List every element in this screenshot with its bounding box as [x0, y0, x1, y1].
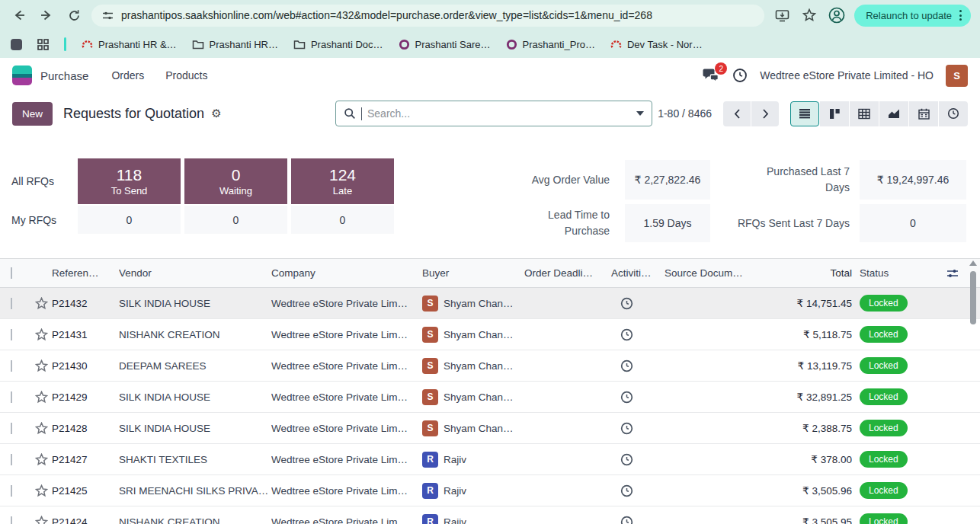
install-icon[interactable]: [772, 5, 792, 25]
site-controls-icon[interactable]: [102, 10, 114, 21]
header-activities[interactable]: Activiti…: [611, 267, 665, 279]
address-bar[interactable]: prashantipos.saakshionline.com/web#actio…: [91, 5, 764, 27]
view-pivot-button[interactable]: [850, 101, 879, 126]
kpi-late[interactable]: 124 Late: [291, 158, 394, 204]
url-text[interactable]: prashantipos.saakshionline.com/web#actio…: [121, 9, 652, 21]
view-kanban-button[interactable]: [820, 101, 849, 126]
search-box[interactable]: [335, 101, 652, 126]
favorite-star-icon[interactable]: [30, 359, 52, 372]
purchase-app-icon[interactable]: [12, 66, 32, 85]
scrollbar-thumb[interactable]: [970, 271, 976, 324]
table-row[interactable]: P21425 SRI MEENACHI SILKS PRIVA… Wedtree…: [0, 475, 980, 506]
bookmark-item[interactable]: Dev Task - Nor…: [610, 39, 703, 50]
cell-company: Wedtree eStore Private Lim…: [271, 516, 422, 524]
header-reference[interactable]: Referen…: [52, 267, 119, 279]
table-row[interactable]: P21428 SILK INDIA HOUSE Wedtree eStore P…: [0, 413, 980, 444]
activity-clock-icon[interactable]: [611, 359, 665, 372]
activity-clock-icon[interactable]: [611, 297, 665, 310]
table-row[interactable]: P21430 DEEPAM SAREES Wedtree eStore Priv…: [0, 350, 980, 382]
activity-clock-icon[interactable]: [611, 484, 665, 497]
menu-products[interactable]: Products: [165, 69, 207, 81]
company-switcher[interactable]: Wedtree eStore Private Limited - HO: [760, 69, 934, 81]
browser-menu-icon[interactable]: [959, 10, 962, 21]
pager-next-button[interactable]: [751, 101, 779, 126]
row-checkbox[interactable]: [11, 360, 12, 372]
new-button[interactable]: New: [12, 102, 53, 126]
row-checkbox[interactable]: [11, 391, 12, 403]
forward-icon[interactable]: [37, 5, 56, 25]
header-order-deadline[interactable]: Order Deadli…: [524, 267, 611, 279]
apps-grid-icon[interactable]: [37, 39, 49, 50]
favorite-star-icon[interactable]: [30, 391, 52, 404]
favorite-star-icon[interactable]: [30, 328, 52, 341]
row-checkbox[interactable]: [11, 298, 12, 309]
row-checkbox[interactable]: [11, 516, 12, 524]
header-source-document[interactable]: Source Docum…: [665, 267, 750, 279]
header-buyer[interactable]: Buyer: [422, 267, 524, 279]
view-activity-button[interactable]: [939, 101, 968, 126]
activity-clock-icon[interactable]: [611, 391, 665, 404]
table-row[interactable]: P21432 SILK INDIA HOUSE Wedtree eStore P…: [0, 288, 980, 319]
view-switcher: [790, 101, 968, 126]
side-panel-icon[interactable]: [11, 39, 22, 50]
list-view-icon: [799, 108, 811, 119]
activity-clock-icon[interactable]: [611, 422, 665, 435]
row-checkbox[interactable]: [11, 329, 12, 340]
action-gear-icon[interactable]: ⚙: [211, 107, 221, 120]
buyer-avatar: R: [422, 452, 438, 468]
relaunch-to-update-button[interactable]: Relaunch to update: [854, 5, 971, 27]
favorite-star-icon[interactable]: [30, 516, 52, 524]
favorite-star-icon[interactable]: [30, 484, 52, 497]
view-graph-button[interactable]: [879, 101, 908, 126]
table-row[interactable]: P21431 NISHANK CREATION Wedtree eStore P…: [0, 319, 980, 350]
pager-value[interactable]: 1-80 / 8466: [658, 107, 712, 120]
pager-previous-button[interactable]: [723, 101, 751, 126]
bookmark-item[interactable]: Prashanti_Pro…: [506, 39, 595, 50]
vertical-scrollbar[interactable]: [969, 260, 978, 524]
menu-orders[interactable]: Orders: [111, 69, 144, 81]
scroll-up-icon[interactable]: [969, 260, 977, 266]
cell-company: Wedtree eStore Private Lim…: [271, 423, 422, 434]
bookmark-item[interactable]: Prashanti HR…: [192, 39, 278, 50]
bookmark-item[interactable]: Prashanti HR &…: [82, 39, 177, 50]
header-total[interactable]: Total: [750, 267, 852, 279]
row-checkbox[interactable]: [11, 485, 12, 497]
row-checkbox[interactable]: [11, 423, 12, 434]
header-status[interactable]: Status: [852, 267, 925, 279]
kpi-my-to-send[interactable]: 0: [78, 206, 181, 234]
favorite-star-icon[interactable]: [30, 453, 52, 466]
kpi-to-send[interactable]: 118 To Send: [78, 158, 181, 204]
kpi-my-waiting[interactable]: 0: [184, 206, 287, 234]
buyer-avatar: R: [422, 483, 438, 499]
header-vendor[interactable]: Vendor: [119, 267, 271, 279]
back-icon[interactable]: [9, 5, 29, 25]
header-company[interactable]: Company: [271, 267, 422, 279]
activity-clock-icon[interactable]: [611, 516, 665, 524]
bookmark-star-icon[interactable]: [799, 5, 819, 25]
activity-clock-icon[interactable]: [611, 328, 665, 341]
activity-clock-icon[interactable]: [611, 453, 665, 466]
app-menu-purchase[interactable]: Purchase: [40, 69, 88, 82]
favorite-star-icon[interactable]: [30, 422, 52, 435]
activities-button[interactable]: [732, 68, 748, 83]
row-checkbox[interactable]: [11, 454, 12, 465]
table-row[interactable]: P21429 SILK INDIA HOUSE Wedtree eStore P…: [0, 382, 980, 413]
select-all-checkbox[interactable]: [11, 267, 12, 279]
text-cursor: [361, 107, 362, 120]
view-list-button[interactable]: [790, 101, 819, 126]
reload-icon[interactable]: [64, 5, 84, 25]
kpi-waiting[interactable]: 0 Waiting: [184, 158, 287, 204]
user-avatar[interactable]: S: [946, 65, 968, 87]
bookmark-item[interactable]: Prashanti Doc…: [293, 39, 383, 50]
bookmark-item[interactable]: Prashanti Sare…: [399, 39, 491, 50]
table-row[interactable]: P21427 SHAKTI TEXTILES Wedtree eStore Pr…: [0, 444, 980, 475]
view-calendar-button[interactable]: [909, 101, 938, 126]
search-input[interactable]: [367, 107, 631, 120]
messages-button[interactable]: 2: [703, 68, 720, 83]
kpi-my-late[interactable]: 0: [291, 206, 394, 234]
search-dropdown-icon[interactable]: [636, 111, 644, 116]
profile-icon[interactable]: [827, 5, 847, 25]
favorite-star-icon[interactable]: [30, 297, 52, 310]
buyer-name: Rajiv: [444, 454, 466, 465]
table-row[interactable]: P21424 NISHANK CREATION Wedtree eStore P…: [0, 506, 980, 524]
